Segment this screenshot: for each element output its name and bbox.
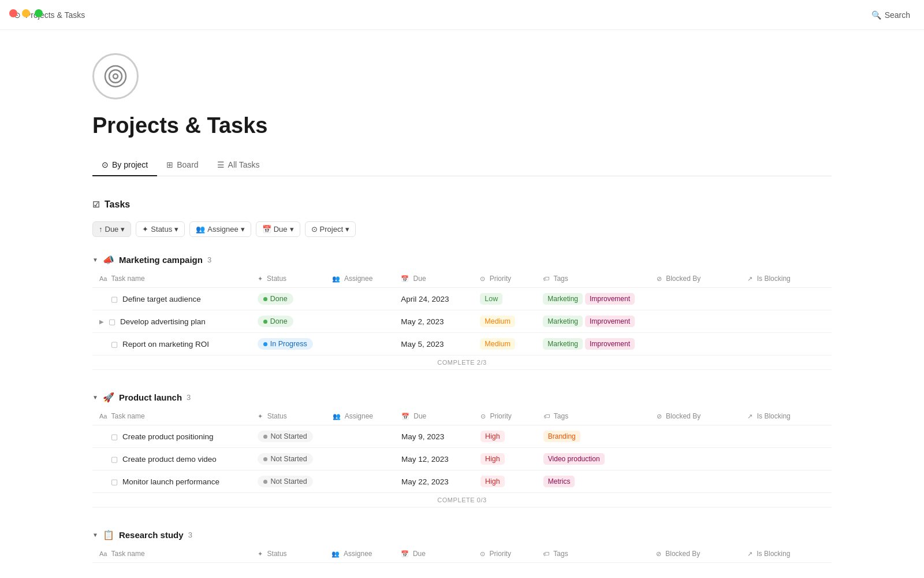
collapse-icon[interactable]: ▼ [92, 532, 98, 538]
task-status-cell: Done [251, 310, 326, 333]
filter-status-icon: ✦ [142, 225, 148, 234]
minimize-button[interactable] [22, 9, 30, 17]
task-blocked-by-cell [650, 470, 741, 493]
group-header-product-launch[interactable]: ▼ 🚀 Product launch 3 [92, 388, 832, 406]
status-dot [263, 457, 267, 461]
tab-all-tasks[interactable]: ☰ All Tasks [208, 154, 269, 176]
tab-by-project[interactable]: ⊙ By project [92, 154, 157, 176]
group-research-study: ▼ 📋 Research study 3 Aa Task name ✦ Stat… [92, 526, 832, 563]
col-is-blocking: ↗ Is Blocking [740, 407, 832, 425]
tag-badge: Metrics [543, 476, 575, 487]
status-label: Done [270, 295, 288, 303]
tag-badge: Improvement [585, 293, 635, 305]
status-badge[interactable]: Done [258, 293, 293, 305]
tab-by-project-label: By project [112, 160, 148, 169]
task-priority-cell: Medium [473, 333, 536, 355]
table-row: ▶ ▢ Develop advertising plan Done May 2,… [92, 310, 832, 333]
group-emoji: 🚀 [103, 392, 114, 403]
task-is-blocking-cell [740, 310, 832, 333]
status-badge[interactable]: Not Started [258, 453, 312, 465]
priority-badge: High [480, 476, 505, 487]
col-blocked-by: ⊘ Blocked By [650, 407, 741, 425]
filter-due-icon: ↑ [99, 225, 103, 234]
collapse-icon[interactable]: ▼ [92, 394, 98, 401]
tab-by-project-icon: ⊙ [102, 160, 109, 169]
task-status-cell: In Progress [251, 333, 326, 355]
task-name-text[interactable]: Create product demo video [122, 455, 217, 464]
col-is-blocking-r: ↗ Is Blocking [740, 545, 832, 563]
status-dot [263, 435, 267, 439]
filter-assignee-chevron: ▾ [241, 225, 245, 234]
filter-project-icon: ⊙ [311, 225, 318, 234]
task-name-text[interactable]: Develop advertising plan [120, 317, 206, 326]
task-name-text[interactable]: Define target audience [122, 295, 201, 303]
filter-project-chevron: ▾ [345, 225, 349, 234]
complete-row: COMPLETE 0/3 [92, 493, 832, 507]
task-due-cell: May 2, 2023 [394, 310, 473, 333]
task-due-cell: April 24, 2023 [394, 288, 473, 310]
task-due-cell: May 5, 2023 [394, 333, 473, 355]
task-icon: ▢ [111, 295, 118, 303]
close-button[interactable] [9, 9, 17, 17]
table-row: ▢ Create product demo video Not Started … [92, 448, 832, 470]
col-due: 📅 Due [394, 407, 474, 425]
group-name: Research study [119, 530, 184, 540]
col-task-name: Aa Task name [92, 407, 251, 425]
task-blocked-by-cell [650, 333, 741, 355]
fullscreen-button[interactable] [35, 9, 43, 17]
task-blocked-by-cell [650, 448, 741, 470]
task-priority-cell: High [474, 470, 536, 493]
col-task-name-r: Aa Task name [92, 545, 251, 563]
filter-due2-button[interactable]: 📅 Due ▾ [256, 221, 300, 237]
groups-container: ▼ 📣 Marketing campaign 3 Aa Task name ✦ … [92, 251, 832, 563]
tab-board[interactable]: ⊞ Board [157, 154, 207, 176]
priority-badge: Medium [480, 338, 515, 350]
filter-due-button[interactable]: ↑ Due ▾ [92, 221, 131, 237]
filter-due2-icon: 📅 [262, 225, 271, 234]
filter-assignee-button[interactable]: 👥 Assignee ▾ [189, 221, 251, 237]
svg-point-2 [113, 74, 118, 79]
status-badge[interactable]: Done [258, 316, 293, 327]
expand-icon[interactable]: ▶ [99, 318, 104, 325]
tag-badge: Branding [543, 431, 580, 442]
group-header-research-study[interactable]: ▼ 📋 Research study 3 [92, 526, 832, 544]
priority-badge: High [480, 453, 505, 465]
group-marketing-campaign: ▼ 📣 Marketing campaign 3 Aa Task name ✦ … [92, 251, 832, 370]
status-badge[interactable]: Not Started [258, 431, 312, 442]
task-tags-cell: MarketingImprovement [536, 288, 650, 310]
status-badge[interactable]: Not Started [258, 476, 312, 487]
task-table-marketing-campaign: Aa Task name ✦ Status 👥 Assignee 📅 Due ⊙… [92, 270, 832, 370]
tag-badge: Marketing [543, 316, 583, 327]
status-label: Done [270, 317, 288, 325]
status-badge[interactable]: In Progress [258, 338, 313, 350]
group-header-marketing-campaign[interactable]: ▼ 📣 Marketing campaign 3 [92, 251, 832, 269]
page-title: Projects & Tasks [92, 113, 832, 138]
filter-status-button[interactable]: ✦ Status ▾ [136, 221, 185, 237]
filter-due-chevron: ▾ [121, 225, 125, 234]
collapse-icon[interactable]: ▼ [92, 257, 98, 263]
status-label: Not Started [270, 432, 307, 440]
task-name-cell: ▢ Create product demo video [92, 448, 251, 470]
filter-due2-chevron: ▾ [290, 225, 294, 234]
table-row: ▢ Report on marketing ROI In Progress Ma… [92, 333, 832, 355]
filter-project-button[interactable]: ⊙ Project ▾ [305, 221, 356, 237]
task-name-text[interactable]: Create product positioning [122, 432, 214, 441]
task-due-cell: May 9, 2023 [394, 425, 474, 448]
task-tags-cell: Metrics [536, 470, 650, 493]
task-name-text[interactable]: Report on marketing ROI [122, 340, 209, 349]
col-priority-r: ⊙ Priority [473, 545, 536, 563]
task-status-cell: Not Started [251, 448, 326, 470]
task-name-text[interactable]: Monitor launch performance [122, 477, 219, 486]
task-icon: ▢ [109, 317, 116, 326]
task-table-product-launch: Aa Task name ✦ Status 👥 Assignee 📅 Due ⊙… [92, 407, 832, 507]
task-tags-cell: MarketingImprovement [536, 333, 650, 355]
complete-text: COMPLETE 0/3 [92, 493, 832, 507]
status-label: Not Started [270, 455, 307, 463]
filter-due-label: Due [105, 225, 119, 234]
col-priority: ⊙ Priority [474, 407, 536, 425]
tag-badge: Video production [543, 453, 605, 465]
col-task-name: Aa Task name [92, 270, 251, 288]
search-button[interactable]: 🔍 Search [871, 10, 910, 20]
page-icon [92, 53, 139, 99]
tabs-bar: ⊙ By project ⊞ Board ☰ All Tasks [92, 154, 832, 176]
